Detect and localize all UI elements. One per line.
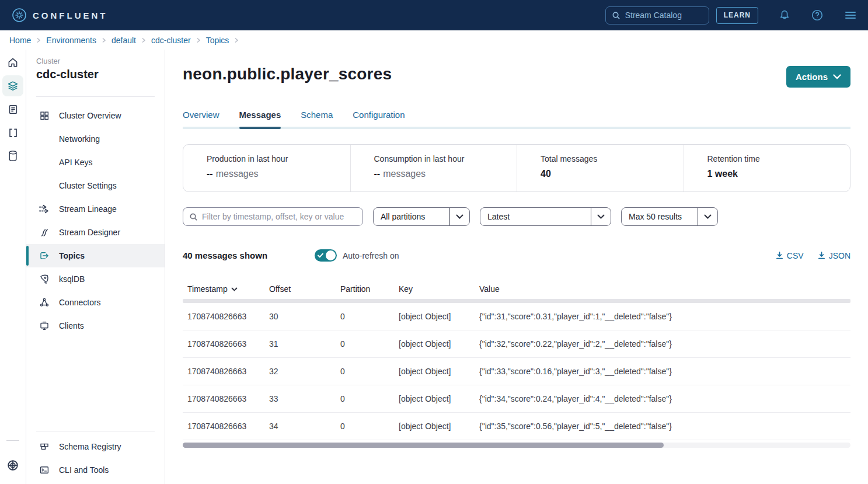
- breadcrumb-home[interactable]: Home: [9, 36, 31, 45]
- top-navbar: CONFLUENT LEARN: [0, 0, 868, 30]
- cell-timestamp: 1708740826663: [183, 312, 264, 321]
- sidebar-item-cluster-overview[interactable]: Cluster Overview: [26, 104, 165, 127]
- hamburger-menu-icon[interactable]: [843, 8, 857, 22]
- sidebar-item-label: Connectors: [59, 298, 101, 307]
- table-row[interactable]: 1708740826663 32 0 [object Object] {"id"…: [183, 358, 850, 385]
- column-header-key[interactable]: Key: [394, 284, 475, 294]
- checkmark-icon: [318, 253, 323, 258]
- learn-button[interactable]: LEARN: [716, 7, 758, 24]
- chevron-right-icon: [233, 37, 239, 43]
- tab-messages[interactable]: Messages: [239, 110, 281, 127]
- column-header-label: Value: [479, 284, 500, 294]
- chevron-right-icon: [141, 37, 147, 43]
- app-window: CONFLUENT LEARN Home: [0, 0, 868, 484]
- message-order-dropdown[interactable]: Latest: [480, 207, 611, 226]
- cell-value: {"id":34,"score":0.24,"player_id":4,"__d…: [475, 394, 850, 403]
- sidebar-item-networking[interactable]: Networking: [26, 127, 165, 151]
- stat-label: Retention time: [707, 154, 845, 163]
- stream-catalog-search[interactable]: [605, 6, 709, 25]
- messages-shown-count: 40 messages shown: [183, 250, 315, 260]
- database-icon[interactable]: [2, 145, 23, 166]
- sidebar-item-label: API Keys: [59, 158, 93, 167]
- download-csv-link[interactable]: CSV: [776, 251, 804, 260]
- cell-key: [object Object]: [394, 339, 475, 349]
- sort-chevron-icon: [231, 287, 238, 291]
- stat-retention-time: Retention time 1 week: [684, 145, 850, 191]
- stat-suffix: messages: [383, 169, 426, 179]
- main-content: neon.public.player_scores Actions Overvi…: [165, 50, 868, 484]
- column-header-partition[interactable]: Partition: [336, 284, 394, 294]
- download-json-link[interactable]: JSON: [818, 251, 850, 260]
- sidebar-item-cli-and-tools[interactable]: CLI and Tools: [26, 458, 165, 482]
- sidebar-item-clients[interactable]: Clients: [26, 314, 165, 337]
- cell-key: [object Object]: [394, 312, 475, 321]
- cluster-label: Cluster: [26, 57, 165, 67]
- flink-brackets-icon[interactable]: [2, 122, 23, 143]
- sidebar-item-topics[interactable]: Topics: [26, 244, 165, 267]
- breadcrumb-topics[interactable]: Topics: [206, 36, 229, 45]
- result-limit-dropdown[interactable]: Max 50 results: [621, 207, 718, 226]
- ksqldb-rocket-icon: [39, 274, 50, 284]
- sidebar-item-label: Clients: [59, 321, 84, 330]
- brand-name: CONFLUENT: [33, 11, 108, 20]
- tab-configuration[interactable]: Configuration: [353, 110, 405, 127]
- tab-schema[interactable]: Schema: [301, 110, 333, 127]
- sidebar-item-label: Networking: [59, 134, 100, 144]
- table-header-row: Timestamp Offset Partition Key Value: [183, 279, 850, 299]
- sidebar-item-cluster-settings[interactable]: Cluster Settings: [26, 174, 165, 197]
- chevron-right-icon: [36, 37, 41, 43]
- download-icon: [776, 252, 783, 259]
- sidebar-item-stream-designer[interactable]: Stream Designer: [26, 221, 165, 244]
- table-row[interactable]: 1708740826663 33 0 [object Object] {"id"…: [183, 385, 850, 413]
- table-row[interactable]: 1708740826663 34 0 [object Object] {"id"…: [183, 413, 850, 440]
- column-header-value[interactable]: Value: [475, 284, 850, 294]
- stream-catalog-input[interactable]: [625, 11, 703, 20]
- sidebar-item-label: Stream Designer: [59, 228, 120, 237]
- messages-table: Timestamp Offset Partition Key Value 170…: [183, 279, 850, 448]
- sidebar-item-label: ksqlDB: [59, 274, 85, 284]
- partition-dropdown-value: All partitions: [374, 212, 449, 221]
- column-header-offset[interactable]: Offset: [264, 284, 336, 294]
- tab-overview[interactable]: Overview: [183, 110, 219, 127]
- sidebar-item-ksqldb[interactable]: ksqlDB: [26, 267, 165, 291]
- support-globe-icon[interactable]: [2, 455, 23, 476]
- table-row[interactable]: 1708740826663 30 0 [object Object] {"id"…: [183, 303, 850, 330]
- column-header-timestamp[interactable]: Timestamp: [183, 284, 264, 294]
- actions-button[interactable]: Actions: [786, 66, 850, 88]
- table-row[interactable]: 1708740826663 31 0 [object Object] {"id"…: [183, 330, 850, 358]
- home-icon[interactable]: [2, 52, 23, 73]
- sidebar-item-api-keys[interactable]: API Keys: [26, 151, 165, 174]
- stream-designer-waves-icon: [39, 227, 50, 238]
- cell-offset: 33: [264, 394, 336, 403]
- stat-value: 40: [541, 169, 551, 179]
- message-filter-search[interactable]: [183, 207, 363, 226]
- sidebar-item-connectors[interactable]: Connectors: [26, 291, 165, 314]
- auto-refresh-toggle[interactable]: [315, 249, 337, 262]
- chevron-down-icon: [591, 208, 611, 225]
- cluster-sidebar: Cluster cdc-cluster Cluster Overview Net…: [26, 50, 165, 484]
- cell-offset: 34: [264, 422, 336, 431]
- sidebar-item-stream-lineage[interactable]: Stream Lineage: [26, 197, 165, 221]
- cell-timestamp: 1708740826663: [183, 339, 264, 349]
- clients-monitor-icon: [39, 321, 50, 331]
- message-filter-row: All partitions Latest Max 50 results: [183, 207, 850, 226]
- horizontal-scrollbar: [183, 443, 850, 448]
- sidebar-item-schema-registry[interactable]: Schema Registry: [26, 435, 165, 458]
- notes-document-icon[interactable]: [2, 99, 23, 120]
- stat-value: --: [207, 169, 213, 179]
- help-icon[interactable]: [811, 9, 824, 22]
- sidebar-item-label: Topics: [59, 251, 85, 260]
- partition-dropdown[interactable]: All partitions: [373, 207, 470, 226]
- cell-value: {"id":33,"score":0.16,"player_id":3,"__d…: [475, 367, 850, 376]
- message-filter-input[interactable]: [202, 212, 357, 221]
- breadcrumb-environments[interactable]: Environments: [46, 36, 96, 45]
- stat-total-messages: Total messages 40: [517, 145, 684, 191]
- horizontal-scrollbar-thumb[interactable]: [183, 443, 664, 448]
- cluster-layers-icon[interactable]: [2, 75, 23, 96]
- breadcrumb-cdc-cluster[interactable]: cdc-cluster: [151, 36, 191, 45]
- notifications-bell-icon[interactable]: [778, 9, 791, 22]
- breadcrumb-default[interactable]: default: [111, 36, 136, 45]
- message-order-value: Latest: [480, 212, 591, 221]
- cell-value: {"id":35,"score":0.56,"player_id":5,"__d…: [475, 422, 850, 431]
- confluent-brand[interactable]: CONFLUENT: [12, 8, 108, 23]
